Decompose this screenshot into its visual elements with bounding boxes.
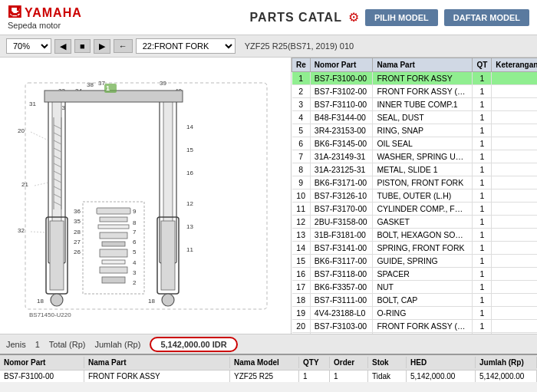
cell-part-no: BS7-F3126-10 — [310, 189, 373, 203]
table-row[interactable]: 15 BK6-F3117-00 GUIDE, SPRING 1 — [292, 255, 538, 268]
cell-part-no: BK6-F3117-00 — [310, 255, 373, 268]
header-right: PARTS CATAL⚙ PILIH MODEL DAFTAR MODEL — [250, 9, 529, 26]
cell-name: GASKET — [373, 216, 473, 229]
svg-text:6: 6 — [133, 239, 137, 245]
table-row[interactable]: 5 3R4-23153-00 RING, SNAP 1 — [292, 124, 538, 137]
model-label: YZF25 R25(BS71, 2019) 010 — [245, 41, 354, 51]
svg-text:18: 18 — [148, 298, 155, 305]
cell-part-no: 2BU-F3158-00 — [310, 216, 373, 229]
daftar-model-button[interactable]: DAFTAR MODEL — [444, 9, 529, 26]
svg-text:26: 26 — [74, 249, 81, 255]
cell-qt: 1 — [473, 150, 492, 163]
table-row[interactable]: 16 BS7-F3118-00 SPACER 1 — [292, 268, 538, 281]
diagram-select[interactable]: 22:FRONT FORK — [136, 38, 236, 54]
table-row[interactable]: 4 B48-F3144-00 SEAL, DUST 1 — [292, 111, 538, 124]
svg-text:13: 13 — [186, 223, 193, 230]
cell-ket — [492, 242, 537, 255]
cell-part-no: BS7-F3110-00 — [310, 98, 373, 111]
cell-ket — [492, 150, 537, 163]
svg-rect-15 — [163, 98, 173, 236]
cell-qt: 1 — [473, 85, 492, 98]
cell-name: O-RING — [373, 307, 473, 320]
detail-row[interactable]: BS7-F3100-00 FRONT FORK ASSY YZF25 R25 1… — [0, 371, 537, 382]
col-nomor: Nomor Part — [310, 58, 373, 72]
table-row[interactable]: 17 BK6-F3357-00 NUT 1 — [292, 281, 538, 294]
total-rp-label: Total (Rp) — [49, 340, 86, 349]
jumlah-rp-label: Jumlah (Rp) — [95, 340, 141, 349]
cell-part-no: BS7-F3111-00 — [310, 294, 373, 307]
cell-name: WASHER, SPRING UPPER — [373, 150, 473, 163]
svg-text:11: 11 — [186, 246, 193, 253]
main-content: 31 25 23 24 33 34 38 37 39 40 — [0, 58, 537, 334]
cell-ket — [492, 229, 537, 242]
cell-qt: 1 — [473, 294, 492, 307]
table-row[interactable]: 11 BS7-F3170-00 CYLINDER COMP., FRONT FO… — [292, 203, 538, 216]
cell-name: BOLT, CAP — [373, 294, 473, 307]
col-qt: QT — [473, 58, 492, 72]
cell-qt: 1 — [473, 137, 492, 150]
table-row[interactable]: 1 BS7-F3100-00 FRONT FORK ASSY 1 — [292, 72, 538, 85]
parts-table-container[interactable]: Re Nomor Part Nama Part QT Keterangan 1 … — [292, 58, 537, 334]
table-row[interactable]: 20 BS7-F3103-00 FRONT FORK ASSY (R.H) 1 — [292, 320, 538, 333]
table-row[interactable]: 21 BS7-F3120-00 INNER TUBE COMP.2 1 — [292, 333, 538, 334]
cell-re: 10 — [292, 189, 311, 203]
cell-part-no: 4V4-23188-L0 — [310, 307, 373, 320]
cell-re: 9 — [292, 176, 311, 189]
cell-ket — [492, 281, 537, 294]
cell-re: 20 — [292, 320, 311, 333]
parts-table: Re Nomor Part Nama Part QT Keterangan 1 … — [292, 58, 537, 334]
svg-text:5: 5 — [133, 249, 137, 255]
cell-name: INNER TUBE COMP.1 — [373, 98, 473, 111]
col-nama: Nama Part — [373, 58, 473, 72]
cell-part-no: BS7-F3141-00 — [310, 242, 373, 255]
cell-ket — [492, 268, 537, 281]
svg-rect-40 — [100, 217, 127, 222]
cell-part-no: BS7-F3170-00 — [310, 203, 373, 216]
zoom-select[interactable]: 70%50%100%150% — [6, 38, 51, 54]
table-row[interactable]: 10 BS7-F3126-10 TUBE, OUTER (L.H) 1 — [292, 189, 538, 203]
cell-ket — [492, 203, 537, 216]
svg-rect-45 — [102, 260, 125, 264]
pilih-model-button[interactable]: PILIH MODEL — [365, 9, 438, 26]
cell-name: TUBE, OUTER (L.H) — [373, 189, 473, 203]
table-row[interactable]: 19 4V4-23188-L0 O-RING 1 — [292, 307, 538, 320]
cell-re: 19 — [292, 307, 311, 320]
table-row[interactable]: 13 31B-F3181-00 BOLT, HEXAGON SOCKET HE.… — [292, 229, 538, 242]
table-row[interactable]: 3 BS7-F3110-00 INNER TUBE COMP.1 1 — [292, 98, 538, 111]
cell-name: FRONT FORK ASSY — [373, 72, 473, 85]
svg-text:1: 1 — [106, 84, 110, 92]
table-row[interactable]: 18 BS7-F3111-00 BOLT, CAP 1 — [292, 294, 538, 307]
cell-part-no: BS7-F3100-00 — [310, 72, 373, 85]
cell-re: 8 — [292, 163, 311, 176]
cell-part-no: 31B-F3181-00 — [310, 229, 373, 242]
yamaha-symbol: ⛾ — [8, 5, 21, 21]
nav-back-btn[interactable]: ← — [114, 39, 133, 53]
table-row[interactable]: 12 2BU-F3158-00 GASKET 1 — [292, 216, 538, 229]
cell-re: 16 — [292, 268, 311, 281]
nav-stop-btn[interactable]: ■ — [74, 39, 91, 53]
svg-text:2: 2 — [133, 279, 137, 286]
nav-prev-btn[interactable]: ◀ — [54, 39, 71, 54]
detail-col-nomor: Nomor Part — [0, 357, 84, 368]
cell-ket — [492, 137, 537, 150]
svg-text:3: 3 — [133, 269, 137, 276]
cell-qt: 1 — [473, 242, 492, 255]
cell-part-no: 3R4-23153-00 — [310, 124, 373, 137]
svg-text:35: 35 — [74, 218, 81, 225]
toolbar: 70%50%100%150% ◀ ■ ▶ ← 22:FRONT FORK YZF… — [0, 35, 537, 58]
detail-col-stok: Stok — [368, 357, 407, 368]
svg-rect-44 — [100, 249, 127, 257]
cell-qt: 1 — [473, 333, 492, 334]
svg-rect-46 — [100, 267, 127, 273]
table-row[interactable]: 9 BK6-F3171-00 PISTON, FRONT FORK 1 — [292, 176, 538, 189]
cell-ket — [492, 111, 537, 124]
table-row[interactable]: 2 BS7-F3102-00 FRONT FORK ASSY (L.H) 1 — [292, 85, 538, 98]
nav-next-btn[interactable]: ▶ — [94, 39, 110, 54]
table-row[interactable]: 8 31A-23125-31 METAL, SLIDE 1 1 — [292, 163, 538, 176]
table-row[interactable]: 6 BK6-F3145-00 OIL SEAL 1 — [292, 137, 538, 150]
cell-re: 15 — [292, 255, 311, 268]
table-row[interactable]: 14 BS7-F3141-00 SPRING, FRONT FORK 1 — [292, 242, 538, 255]
header: ⛾ YAMAHA Sepeda motor PARTS CATAL⚙ PILIH… — [0, 0, 537, 35]
table-row[interactable]: 7 31A-23149-31 WASHER, SPRING UPPER 1 — [292, 150, 538, 163]
cell-ket — [492, 307, 537, 320]
